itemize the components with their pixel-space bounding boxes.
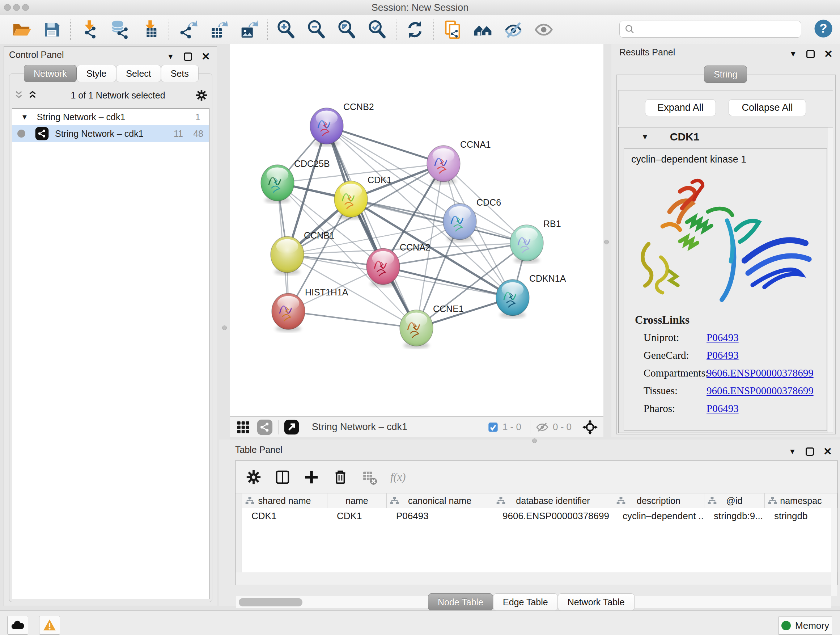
zoom-fit-button[interactable] (336, 19, 358, 41)
tab-style[interactable]: Style (77, 65, 117, 82)
copy-network-button[interactable] (441, 19, 464, 41)
table-tabs: Node TableEdge TableNetwork Table (428, 593, 635, 611)
column-header-namespac[interactable]: namespac (765, 494, 837, 508)
table-cell: 9606.ENSP00000378699 (493, 508, 613, 524)
function-builder-button[interactable]: f(x) (390, 469, 407, 486)
network-node-ccnb1[interactable] (271, 236, 304, 275)
import-database-button[interactable] (109, 19, 131, 41)
export-table-button[interactable] (207, 19, 229, 41)
grid-view-icon[interactable] (235, 419, 251, 435)
tab-node-table[interactable]: Node Table (428, 593, 493, 611)
close-panel-button[interactable]: ✕ (824, 48, 833, 60)
tab-edge-table[interactable]: Edge Table (493, 593, 558, 611)
network-canvas[interactable]: CCNB2CCNA1CDC25BCDK1CDC6RB1CCNB1CCNA2CDK… (230, 44, 603, 416)
import-network-button[interactable] (78, 19, 101, 41)
search-input[interactable] (636, 22, 801, 36)
export-view-icon[interactable] (284, 419, 300, 435)
panel-menu-button[interactable]: ▼ (789, 50, 797, 58)
scrollbar-thumb[interactable] (239, 598, 302, 606)
tab-network-table[interactable]: Network Table (558, 593, 635, 611)
collapse-all-networks-icon[interactable] (13, 90, 24, 101)
results-scrollbar[interactable] (828, 127, 833, 432)
search-icon (624, 24, 636, 35)
crosslink-link[interactable]: 9606.ENSP00000378699 (706, 367, 813, 379)
network-node-cdkn1a[interactable] (496, 279, 529, 318)
column-header-name[interactable]: name (327, 494, 387, 508)
warning-button[interactable] (39, 616, 60, 635)
import-table-button[interactable] (139, 19, 161, 41)
tree-expander-icon[interactable]: ▼ (21, 113, 28, 121)
column-header-id[interactable]: @id (704, 494, 765, 508)
export-network-button[interactable] (177, 19, 199, 41)
panel-menu-button[interactable]: ▼ (789, 447, 796, 456)
right-splitter-handle[interactable] (604, 240, 609, 244)
column-header-database-identifier[interactable]: database identifier (493, 494, 613, 508)
float-panel-button[interactable] (806, 448, 814, 456)
minimize-window-button[interactable] (13, 4, 20, 11)
split-columns-button[interactable] (274, 469, 291, 486)
network-node-ccne1[interactable] (400, 310, 433, 348)
string-home-button[interactable] (472, 19, 494, 41)
expand-all-networks-icon[interactable] (27, 90, 38, 101)
crosslink-link[interactable]: P06493 (706, 332, 739, 344)
protein-section-header[interactable]: ▼ CDK1 (619, 127, 827, 146)
add-column-button[interactable] (303, 469, 320, 486)
left-splitter-handle[interactable] (222, 325, 227, 330)
memory-button[interactable]: Memory (778, 616, 832, 635)
network-node-cdc6[interactable] (443, 203, 477, 242)
network-row[interactable]: String Network – cdk1 11 48 (12, 125, 209, 142)
network-node-cdc25b[interactable] (261, 165, 294, 203)
network-node-ccna1[interactable] (427, 146, 460, 184)
open-session-button[interactable] (10, 19, 33, 41)
gear-button[interactable] (245, 469, 262, 486)
zoom-in-button[interactable] (275, 19, 297, 41)
network-options-gear-icon[interactable] (195, 89, 208, 102)
float-panel-button[interactable] (184, 52, 192, 61)
tab-string[interactable]: String (704, 65, 747, 83)
network-selection-bar: 1 of 1 Network selected (13, 86, 208, 105)
crosslink-row: GeneCard:P06493 (635, 349, 827, 361)
export-image-button[interactable] (237, 19, 260, 41)
help-button[interactable]: ? (813, 19, 834, 39)
zoom-window-button[interactable] (22, 4, 29, 11)
network-node-ccnb2[interactable] (310, 108, 343, 147)
crosslink-link[interactable]: 9606.ENSP00000378699 (706, 385, 813, 397)
tab-sets[interactable]: Sets (161, 65, 199, 82)
column-header-canonical-name[interactable]: canonical name (387, 494, 493, 508)
crosslink-link[interactable]: P06493 (706, 402, 739, 415)
zoom-out-button[interactable] (305, 19, 328, 41)
tab-select[interactable]: Select (116, 65, 161, 82)
column-header-shared-name[interactable]: shared name (242, 494, 327, 508)
crosslinks-section: CrossLinks Uniprot:P06493GeneCard:P06493… (624, 312, 827, 415)
section-collapse-icon[interactable]: ▼ (641, 132, 649, 141)
save-session-button[interactable] (41, 19, 63, 41)
hide-selected-button[interactable] (502, 19, 524, 41)
show-all-button[interactable] (532, 19, 555, 41)
tab-network[interactable]: Network (24, 65, 77, 82)
close-panel-button[interactable]: ✕ (823, 445, 832, 458)
network-node-rb1[interactable] (510, 225, 543, 264)
expand-all-button[interactable]: Expand All (645, 99, 716, 116)
cloud-button[interactable] (7, 616, 28, 635)
zoom-selected-button[interactable] (366, 19, 388, 41)
network-collection-row[interactable]: ▼ String Network – cdk1 1 (12, 109, 209, 125)
close-panel-button[interactable]: ✕ (202, 50, 210, 63)
crosslink-link[interactable]: P06493 (706, 349, 739, 361)
refresh-button[interactable] (404, 19, 426, 41)
trash-button[interactable] (332, 469, 349, 486)
close-window-button[interactable] (4, 4, 11, 11)
table-row[interactable]: CDK1CDK1P064939606.ENSP00000378699cyclin… (242, 508, 837, 524)
vertical-scrollbar[interactable] (831, 494, 837, 596)
crosslink-label: Pharos: (635, 402, 706, 415)
delete-table-button[interactable] (361, 469, 378, 486)
selected-nodes-checkbox[interactable] (487, 421, 499, 433)
panel-menu-button[interactable]: ▼ (167, 52, 174, 61)
float-panel-button[interactable] (806, 50, 815, 58)
column-header-description[interactable]: description (613, 494, 704, 508)
node-count: 11 (159, 128, 183, 139)
birdseye-view-icon[interactable] (582, 419, 598, 435)
collapse-all-button[interactable]: Collapse All (729, 99, 806, 116)
network-node-hist1h1a[interactable] (272, 293, 305, 332)
horizontal-splitter-handle[interactable] (532, 439, 537, 443)
network-overview-icon[interactable] (256, 419, 273, 435)
